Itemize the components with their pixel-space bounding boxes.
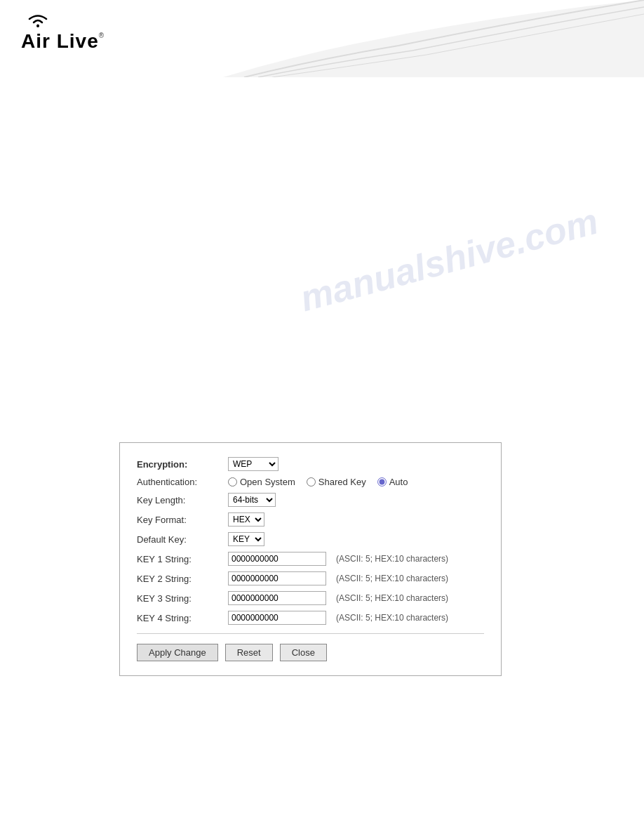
default-key-value[interactable]: KEY 1 KEY 2 KEY 3 KEY 4	[228, 532, 264, 546]
key-length-select[interactable]: 64-bits 128-bits	[228, 493, 276, 507]
header: Air Live ®	[0, 0, 644, 84]
svg-point-0	[36, 25, 39, 27]
auth-auto-radio[interactable]	[377, 477, 387, 486]
key2-label: KEY 2 String:	[137, 574, 228, 584]
key2-row: KEY 2 String: (ASCII: 5; HEX:10 characte…	[137, 571, 484, 585]
key4-label: KEY 4 String:	[137, 613, 228, 623]
key3-value: (ASCII: 5; HEX:10 characters)	[228, 591, 448, 605]
authentication-label: Authentication:	[137, 477, 228, 487]
authentication-row: Authentication: Open System Shared Key A…	[137, 477, 484, 487]
watermark: manualshive.com	[295, 200, 602, 320]
authentication-options: Open System Shared Key Auto	[228, 477, 408, 487]
key2-hint: (ASCII: 5; HEX:10 characters)	[336, 574, 448, 583]
auth-shared-key[interactable]: Shared Key	[307, 477, 366, 487]
key4-row: KEY 4 String: (ASCII: 5; HEX:10 characte…	[137, 611, 484, 625]
key1-label: KEY 1 String:	[137, 554, 228, 564]
encryption-select[interactable]: WEP WPA None	[228, 457, 279, 471]
auth-auto-label: Auto	[389, 477, 408, 487]
auth-open-label: Open System	[240, 477, 295, 487]
encryption-row: Encryption: WEP WPA None	[137, 457, 484, 471]
close-button[interactable]: Close	[280, 644, 327, 661]
key-format-select[interactable]: HEX ASCII	[228, 512, 264, 527]
key-length-label: Key Length:	[137, 495, 228, 505]
key2-input[interactable]	[228, 571, 326, 585]
key1-row: KEY 1 String: (ASCII: 5; HEX:10 characte…	[137, 552, 484, 566]
encryption-value[interactable]: WEP WPA None	[228, 457, 279, 471]
swoosh-decoration	[223, 0, 644, 77]
logo-registered: ®	[99, 32, 104, 39]
key-format-row: Key Format: HEX ASCII	[137, 512, 484, 527]
reset-button[interactable]: Reset	[225, 644, 273, 661]
wep-settings-dialog: Encryption: WEP WPA None Authentication:…	[119, 442, 502, 676]
auth-auto[interactable]: Auto	[377, 477, 408, 487]
key1-value: (ASCII: 5; HEX:10 characters)	[228, 552, 448, 566]
apply-change-button[interactable]: Apply Change	[137, 644, 218, 661]
key-length-row: Key Length: 64-bits 128-bits	[137, 493, 484, 507]
logo: Air Live ®	[21, 13, 104, 51]
key4-hint: (ASCII: 5; HEX:10 characters)	[336, 613, 448, 623]
key-length-value[interactable]: 64-bits 128-bits	[228, 493, 276, 507]
auth-shared-label: Shared Key	[318, 477, 366, 487]
auth-open-radio[interactable]	[228, 477, 237, 486]
key3-row: KEY 3 String: (ASCII: 5; HEX:10 characte…	[137, 591, 484, 605]
logo-text: Air Live	[21, 32, 99, 51]
button-row: Apply Change Reset Close	[137, 644, 484, 661]
default-key-select[interactable]: KEY 1 KEY 2 KEY 3 KEY 4	[228, 532, 264, 546]
key3-hint: (ASCII: 5; HEX:10 characters)	[336, 593, 448, 603]
key1-hint: (ASCII: 5; HEX:10 characters)	[336, 554, 448, 564]
auth-shared-radio[interactable]	[307, 477, 316, 486]
divider	[137, 633, 484, 634]
key4-value: (ASCII: 5; HEX:10 characters)	[228, 611, 448, 625]
key2-value: (ASCII: 5; HEX:10 characters)	[228, 571, 448, 585]
key3-label: KEY 3 String:	[137, 593, 228, 604]
default-key-label: Default Key:	[137, 534, 228, 545]
default-key-row: Default Key: KEY 1 KEY 2 KEY 3 KEY 4	[137, 532, 484, 546]
key1-input[interactable]	[228, 552, 326, 566]
key-format-label: Key Format:	[137, 515, 228, 525]
key3-input[interactable]	[228, 591, 326, 605]
encryption-label: Encryption:	[137, 459, 228, 470]
auth-open-system[interactable]: Open System	[228, 477, 295, 487]
key4-input[interactable]	[228, 611, 326, 625]
wifi-icon	[24, 13, 52, 30]
key-format-value[interactable]: HEX ASCII	[228, 512, 264, 527]
